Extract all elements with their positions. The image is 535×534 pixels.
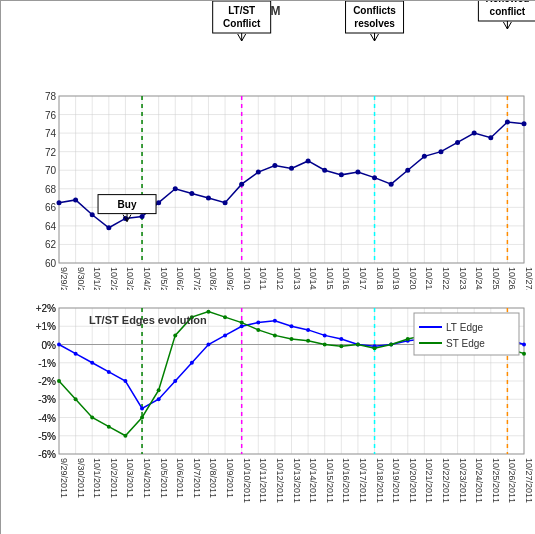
top-canvas xyxy=(1,1,535,291)
chart-container xyxy=(0,0,535,534)
bottom-canvas xyxy=(1,290,535,534)
bottom-chart xyxy=(1,290,534,533)
top-chart xyxy=(1,1,534,290)
